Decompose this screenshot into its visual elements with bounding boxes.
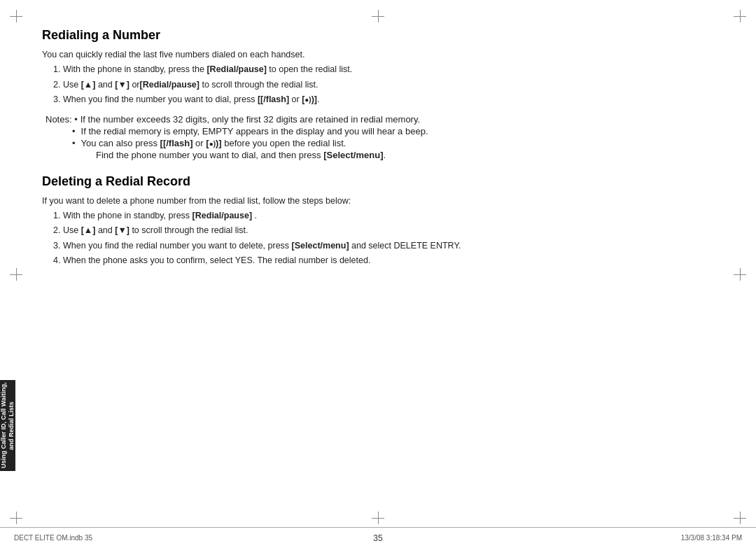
note3-continuation: Find the phone number you want to dial, … <box>96 150 714 160</box>
crosshair-bot-right <box>734 512 746 524</box>
note3-line: • You can also press [[/flash] or [●))] … <box>46 138 714 148</box>
section1-intro: You can quickly redial the last five num… <box>42 48 714 62</box>
section1-steps: With the phone in standby, press the [Re… <box>63 63 714 106</box>
section1-heading: Redialing a Number <box>42 28 714 43</box>
crosshair-mid-right <box>734 268 746 281</box>
footer-right: 13/3/08 3:18:34 PM <box>681 534 742 542</box>
section-redialing: Redialing a Number You can quickly redia… <box>42 28 714 160</box>
section2-step4: When the phone asks you to confirm, sele… <box>63 254 714 267</box>
section2-step3: When you find the redial number you want… <box>63 239 714 253</box>
note3-bullet: • <box>72 138 76 148</box>
section1-step3: When you find the number you want to dia… <box>63 93 714 106</box>
note1-text: If the number exceeds 32 digits, only th… <box>80 114 420 125</box>
section1-step2: Use [▲] and [▼] or[Redial/pause] to scro… <box>63 78 714 92</box>
footer-left: DECT ELITE OM.indb 35 <box>14 534 92 542</box>
note3-text: You can also press [[/flash] or [●))] be… <box>81 138 346 148</box>
note2-line: • If the redial memory is empty, EMPTY a… <box>46 126 714 136</box>
crosshair-bot-center <box>372 512 384 524</box>
section2-intro: If you want to delete a phone number fro… <box>42 195 714 208</box>
section2-step1: With the phone in standby, press [Redial… <box>63 209 714 223</box>
note-label-line: Notes: • If the number exceeds 32 digits… <box>46 114 714 125</box>
footer-page-number: 35 <box>373 533 382 543</box>
note2-text: If the redial memory is empty, EMPTY app… <box>81 126 428 136</box>
footer: DECT ELITE OM.indb 35 35 13/3/08 3:18:34… <box>0 527 756 548</box>
section2-steps: With the phone in standby, press [Redial… <box>63 209 714 268</box>
crosshair-mid-left <box>10 268 22 281</box>
crosshair-top-center <box>372 10 384 22</box>
section-deleting: Deleting a Redial Record If you want to … <box>42 174 714 268</box>
section1-step1: With the phone in standby, press the [Re… <box>63 63 714 76</box>
section2-step2: Use [▲] and [▼] to scroll through the re… <box>63 224 714 237</box>
section1-notes: Notes: • If the number exceeds 32 digits… <box>46 114 714 160</box>
note2-bullet: • <box>72 126 76 136</box>
crosshair-top-right <box>734 10 746 22</box>
sidebar-tab-text: Using Caller ID, Call Waiting, and Redia… <box>0 380 15 471</box>
sidebar-tab: Using Caller ID, Call Waiting, and Redia… <box>0 380 15 471</box>
main-content: Redialing a Number You can quickly redia… <box>42 28 714 513</box>
crosshair-top-left <box>10 10 22 22</box>
crosshair-bot-left <box>10 512 22 524</box>
note-label: Notes: • <box>46 114 78 125</box>
section2-heading: Deleting a Redial Record <box>42 174 714 189</box>
